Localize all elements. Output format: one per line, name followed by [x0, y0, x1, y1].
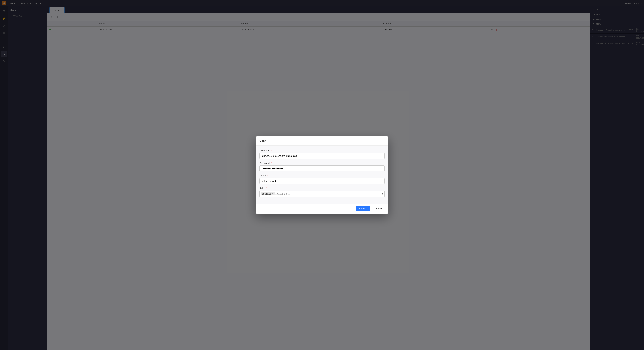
role-tag-label: employee: [262, 193, 271, 195]
tenant-field-row: Tenant:* default-tenant ▾: [259, 174, 385, 184]
password-label: Password:*: [259, 162, 385, 164]
role-required: *: [266, 187, 267, 190]
create-button[interactable]: Create: [356, 206, 370, 211]
cancel-button[interactable]: Cancel: [372, 206, 385, 211]
role-label: Role:*: [259, 187, 385, 190]
tenant-required: *: [268, 174, 268, 177]
username-label: Username:*: [259, 149, 385, 152]
password-field-row: Password:*: [259, 162, 385, 171]
username-required: *: [271, 149, 272, 152]
role-tag-employee: employee ✕: [261, 192, 275, 196]
dialog-body: Username:* Password:* Tenant:* default-t…: [256, 146, 388, 204]
username-input[interactable]: [259, 153, 385, 159]
tenant-select[interactable]: default-tenant: [259, 178, 385, 184]
dialog-footer: Create Cancel: [256, 204, 388, 214]
dialog-title: User: [259, 139, 266, 142]
role-chevron-icon: ▾: [382, 193, 383, 195]
role-tag-remove[interactable]: ✕: [272, 193, 274, 195]
role-search-input[interactable]: [276, 193, 381, 195]
tenant-select-wrapper: default-tenant ▾: [259, 178, 385, 184]
role-field-row: Role:* employee ✕ ▾: [259, 187, 385, 197]
password-required: *: [271, 162, 272, 164]
tenant-label: Tenant:*: [259, 174, 385, 177]
user-dialog: User Username:* Password:* Tenan: [256, 136, 388, 214]
role-input-wrapper[interactable]: employee ✕ ▾: [259, 191, 385, 197]
dialog-header: User: [256, 136, 388, 146]
password-input[interactable]: [259, 165, 385, 171]
dialog-overlay[interactable]: User Username:* Password:* Tenan: [0, 0, 644, 350]
username-field-row: Username:*: [259, 149, 385, 159]
